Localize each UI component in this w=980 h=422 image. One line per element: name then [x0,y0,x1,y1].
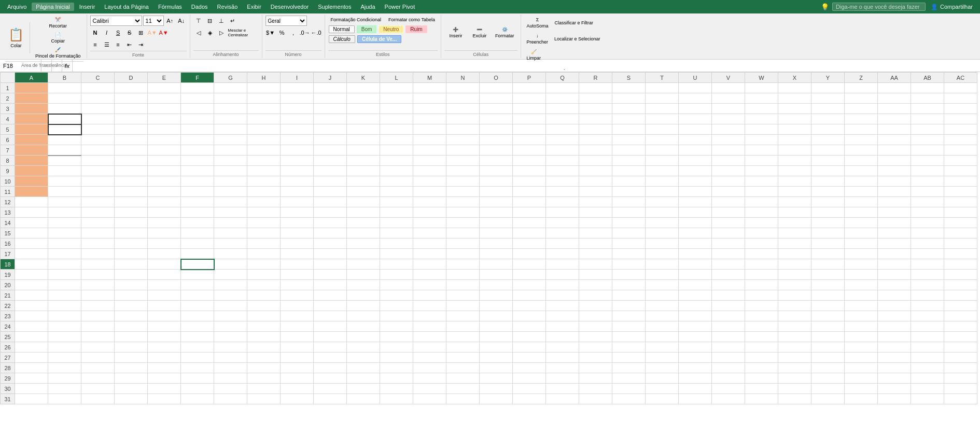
cell-M19[interactable] [413,270,446,280]
cell-Y7[interactable] [811,145,845,156]
cell-W28[interactable] [745,363,778,373]
cell-AA31[interactable] [878,394,911,404]
cell-U24[interactable] [679,321,712,332]
cell-AB7[interactable] [911,145,944,156]
cell-X19[interactable] [778,270,811,280]
cell-AC26[interactable] [944,342,977,353]
decrease-font-button[interactable]: A↓ [176,16,187,26]
cell-AB18[interactable] [911,259,944,270]
cell-Q23[interactable] [546,311,579,321]
cell-Z29[interactable] [845,373,878,384]
cell-C4[interactable] [81,114,115,124]
cell-J25[interactable] [314,332,347,342]
top-align-button[interactable]: ⊤ [193,16,204,26]
cell-D9[interactable] [115,166,148,176]
cell-X22[interactable] [778,301,811,311]
comma-button[interactable]: , [288,27,299,38]
cell-J6[interactable] [314,135,347,145]
cell-C29[interactable] [81,373,115,384]
cell-L9[interactable] [380,166,413,176]
cell-H13[interactable] [247,207,281,218]
cell-AA14[interactable] [878,218,911,228]
cell-D5[interactable] [115,124,148,135]
cell-S22[interactable] [612,301,646,311]
cell-I14[interactable] [281,218,314,228]
cell-Q22[interactable] [546,301,579,311]
cell-AA27[interactable] [878,353,911,363]
cell-H9[interactable] [247,166,281,176]
cell-U28[interactable] [679,363,712,373]
cell-W27[interactable] [745,353,778,363]
cell-B16[interactable] [48,238,81,249]
cell-E21[interactable] [148,290,181,301]
cell-Y10[interactable] [811,176,845,187]
cell-B31[interactable] [48,394,81,404]
cell-AB23[interactable] [911,311,944,321]
cell-AC10[interactable] [944,176,977,187]
cell-W2[interactable] [745,93,778,104]
cell-N16[interactable] [446,238,480,249]
cell-A14[interactable] [15,218,48,228]
cell-T8[interactable] [646,156,679,166]
cell-D18[interactable] [115,259,148,270]
row-header-9[interactable]: 9 [1,166,15,176]
cell-F21[interactable] [181,290,214,301]
cell-AC12[interactable] [944,197,977,207]
cell-H15[interactable] [247,228,281,238]
cell-M5[interactable] [413,124,446,135]
cell-I17[interactable] [281,249,314,259]
cell-M16[interactable] [413,238,446,249]
cell-B11[interactable] [48,187,81,197]
cell-F19[interactable] [181,270,214,280]
cell-AA16[interactable] [878,238,911,249]
cell-C28[interactable] [81,363,115,373]
cell-V25[interactable] [712,332,745,342]
cell-G1[interactable] [214,83,247,93]
cell-X4[interactable] [778,114,811,124]
cell-D4[interactable] [115,114,148,124]
cell-E28[interactable] [148,363,181,373]
cell-P18[interactable] [513,259,546,270]
cell-W10[interactable] [745,176,778,187]
cell-J23[interactable] [314,311,347,321]
cell-E20[interactable] [148,280,181,290]
cell-Q11[interactable] [546,187,579,197]
row-header-26[interactable]: 26 [1,342,15,353]
cell-AB1[interactable] [911,83,944,93]
cell-S23[interactable] [612,311,646,321]
cell-L22[interactable] [380,301,413,311]
cell-X10[interactable] [778,176,811,187]
cell-Y29[interactable] [811,373,845,384]
cell-W17[interactable] [745,249,778,259]
cell-D26[interactable] [115,342,148,353]
cell-Z3[interactable] [845,104,878,114]
cell-AC11[interactable] [944,187,977,197]
cell-A11[interactable] [15,187,48,197]
cell-P29[interactable] [513,373,546,384]
col-header-A[interactable]: A [15,73,48,83]
cell-W30[interactable] [745,384,778,394]
cell-K8[interactable] [347,156,380,166]
menu-power-pivot[interactable]: Power Pivot [381,3,419,11]
cell-X6[interactable] [778,135,811,145]
cell-AA12[interactable] [878,197,911,207]
cell-V5[interactable] [712,124,745,135]
formula-icon[interactable]: fx [62,60,73,72]
cell-P22[interactable] [513,301,546,311]
cell-U2[interactable] [679,93,712,104]
cell-L31[interactable] [380,394,413,404]
row-header-4[interactable]: 4 [1,114,15,124]
cell-K31[interactable] [347,394,380,404]
cell-G30[interactable] [214,384,247,394]
cell-R12[interactable] [579,197,612,207]
row-header-23[interactable]: 23 [1,311,15,321]
cell-A2[interactable] [15,93,48,104]
cell-I15[interactable] [281,228,314,238]
cell-W16[interactable] [745,238,778,249]
cell-E30[interactable] [148,384,181,394]
cell-O23[interactable] [480,311,513,321]
cell-V10[interactable] [712,176,745,187]
cell-V29[interactable] [712,373,745,384]
cell-N27[interactable] [446,353,480,363]
cell-V28[interactable] [712,363,745,373]
